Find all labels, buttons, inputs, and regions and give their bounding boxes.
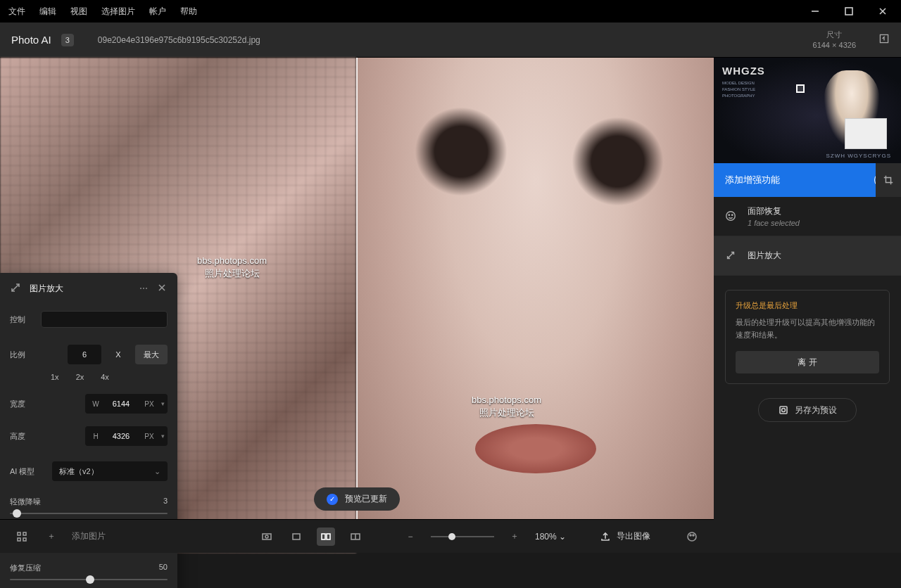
ratio-label: 比例 <box>10 350 38 360</box>
preview-after <box>358 58 714 553</box>
svg-point-12 <box>265 535 268 538</box>
svg-point-20 <box>693 535 694 536</box>
zoom-slider[interactable] <box>431 536 494 537</box>
control-input[interactable] <box>41 311 168 328</box>
add-image-label[interactable]: 添加图片 <box>72 530 106 542</box>
tip-dismiss-button[interactable]: 离 开 <box>736 351 879 373</box>
more-icon[interactable]: ⋯ <box>139 283 148 293</box>
right-sidebar: WHGZS MODEL DESIGNFASHION STYLEPHOTOGRAP… <box>714 58 901 553</box>
ratio-max-button[interactable]: 最大 <box>135 345 168 364</box>
navigator-viewport[interactable] <box>796 84 805 93</box>
panel-title: 图片放大 <box>30 283 131 295</box>
thumb-title: WHGZS <box>722 65 765 77</box>
svg-rect-1 <box>845 8 852 15</box>
zoom-out-button[interactable]: − <box>401 528 420 546</box>
zoom-percent[interactable]: 180% ⌄ <box>535 532 566 542</box>
dimensions-label: 尺寸 <box>813 30 856 39</box>
menu-account[interactable]: 帐户 <box>149 6 166 18</box>
view-split-icon[interactable] <box>317 528 335 546</box>
enhance-face-recovery[interactable]: 面部恢复 1 face selected <box>714 197 901 236</box>
top-bar: Photo AI 3 09e20e4e3196e975c6b9195c5c302… <box>0 23 901 58</box>
close-button[interactable] <box>873 0 893 23</box>
minimize-button[interactable] <box>805 0 825 23</box>
denoise-value: 3 <box>163 497 168 507</box>
menu-select-image[interactable]: 选择图片 <box>101 6 135 18</box>
denoise-slider[interactable] <box>10 513 168 514</box>
app-badge: 3 <box>61 34 74 46</box>
dimensions: 尺寸 6144 × 4326 <box>813 30 856 50</box>
view-side-icon[interactable] <box>346 528 365 546</box>
crop-button[interactable] <box>876 163 901 197</box>
expand-icon <box>725 250 738 262</box>
svg-point-23 <box>732 214 733 215</box>
canvas-area[interactable]: bbs.photops.com照片处理论坛 bbs.photops.com照片处… <box>0 58 714 553</box>
presentation-icon[interactable] <box>878 33 890 46</box>
panel-close-icon[interactable] <box>156 282 168 295</box>
menu-view[interactable]: 视图 <box>70 6 87 18</box>
expand-icon[interactable] <box>10 282 21 295</box>
view-fit-icon[interactable] <box>258 528 276 546</box>
scale-4x[interactable]: 4x <box>101 373 109 381</box>
svg-rect-15 <box>327 534 330 539</box>
compress-label: 修复压缩 <box>10 563 41 573</box>
thumb-subtext: MODEL DESIGNFASHION STYLEPHOTOGRAPHY <box>722 80 755 99</box>
svg-point-19 <box>690 535 691 536</box>
navigator-thumbnail[interactable]: WHGZS MODEL DESIGNFASHION STYLEPHOTOGRAP… <box>714 58 901 163</box>
face-icon <box>725 210 738 223</box>
check-icon: ✓ <box>327 494 338 505</box>
height-label: 高度 <box>10 431 38 442</box>
export-button[interactable]: 导出图像 <box>600 530 650 542</box>
tip-body: 最后的处理升级可以提高其他增强功能的速度和结果。 <box>736 317 879 341</box>
file-name: 09e20e4e3196e975c6b9195c5c30252d.jpg <box>98 35 260 45</box>
svg-point-21 <box>726 211 735 219</box>
tip-title: 升级总是最后处理 <box>736 300 879 311</box>
control-label: 控制 <box>10 314 34 325</box>
thumb-footer: SZWH WGYSCRYGS <box>826 153 891 159</box>
menu-help[interactable]: 帮助 <box>180 6 197 18</box>
scale-1x[interactable]: 1x <box>51 373 59 381</box>
compress-value: 50 <box>159 563 168 573</box>
export-icon <box>600 531 611 542</box>
svg-point-25 <box>782 409 786 412</box>
svg-point-18 <box>688 532 696 541</box>
ratio-x-label: X <box>107 345 130 364</box>
zoom-in-button[interactable]: ＋ <box>505 528 524 546</box>
crop-icon <box>883 174 894 186</box>
toast-text: 预览已更新 <box>345 493 387 505</box>
svg-rect-10 <box>23 538 26 541</box>
menu-edit[interactable]: 编辑 <box>39 6 56 18</box>
menu-file[interactable]: 文件 <box>8 6 25 18</box>
menu-bar: 文件 编辑 视图 选择图片 帐户 帮助 <box>0 0 901 23</box>
svg-rect-24 <box>780 407 787 414</box>
height-input[interactable]: H 4326 PX▾ <box>85 426 168 446</box>
maximize-button[interactable] <box>839 0 859 23</box>
grid-icon[interactable] <box>13 528 31 546</box>
tip-box: 升级总是最后处理 最后的处理升级可以提高其他增强功能的速度和结果。 离 开 <box>725 290 890 384</box>
svg-rect-9 <box>18 538 20 541</box>
compress-slider[interactable] <box>10 579 168 580</box>
model-label: AI 模型 <box>10 466 45 477</box>
scale-2x[interactable]: 2x <box>76 373 84 381</box>
preview-updated-toast: ✓ 预览已更新 <box>314 487 400 511</box>
svg-point-22 <box>729 214 729 215</box>
footer-bar: ＋ 添加图片 − ＋ 180% ⌄ 导出图像 <box>0 519 714 553</box>
add-image-button[interactable]: ＋ <box>42 528 61 546</box>
svg-rect-13 <box>293 534 300 539</box>
ratio-value-input[interactable]: 6 <box>68 345 101 364</box>
model-select[interactable]: 标准（v2）⌄ <box>52 461 168 481</box>
save-preset-button[interactable]: 另存为预设 <box>758 398 857 422</box>
add-enhancement-button[interactable]: 添加增强功能 ＋ <box>714 163 901 197</box>
dimensions-value: 6144 × 4326 <box>813 40 856 50</box>
palette-icon[interactable] <box>683 528 701 546</box>
view-single-icon[interactable] <box>287 528 305 546</box>
svg-rect-8 <box>23 532 26 535</box>
svg-rect-14 <box>322 534 325 539</box>
enhance-upscale[interactable]: 图片放大 <box>714 236 901 276</box>
app-name: Photo AI <box>11 34 51 46</box>
denoise-label: 轻微降噪 <box>10 497 41 507</box>
preset-icon <box>778 404 789 416</box>
width-input[interactable]: W 6144 PX▾ <box>85 394 168 414</box>
svg-rect-7 <box>18 532 20 535</box>
width-label: 宽度 <box>10 399 38 409</box>
